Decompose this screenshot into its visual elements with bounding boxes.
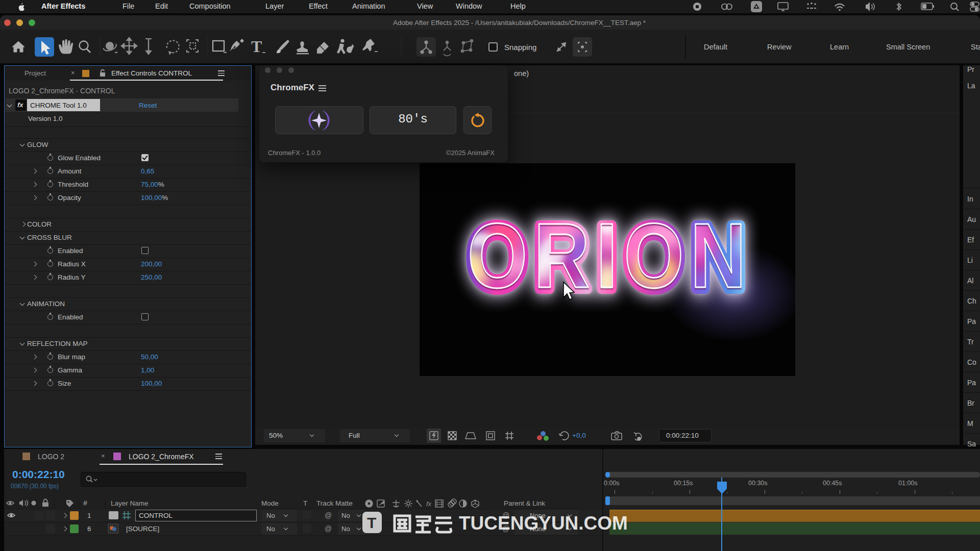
svg-text:Snapping: Snapping xyxy=(504,43,536,52)
svg-text:Default: Default xyxy=(704,43,727,51)
svg-text:fx: fx xyxy=(426,500,432,508)
svg-text:Sta: Sta xyxy=(971,43,980,51)
svg-text:#: # xyxy=(83,499,87,507)
svg-text:T: T xyxy=(251,37,262,56)
svg-text:Small Screen: Small Screen xyxy=(886,43,930,51)
svg-text:Learn: Learn xyxy=(830,43,849,51)
svg-text:ORION: ORION xyxy=(468,205,753,307)
svg-text:Review: Review xyxy=(767,43,792,51)
